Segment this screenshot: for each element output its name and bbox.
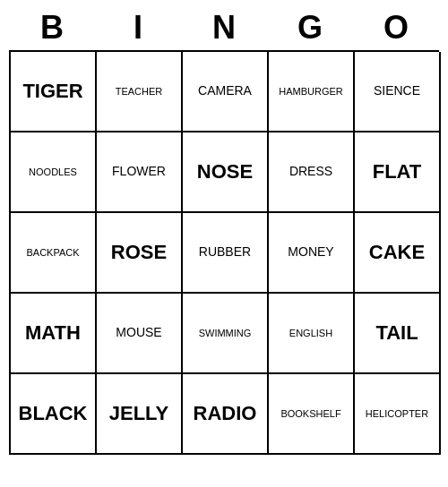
cell-text: TIGER — [22, 81, 82, 102]
cell-text: SWIMMING — [199, 328, 252, 338]
cell-text: BOOKSHELF — [280, 408, 340, 419]
cell-text: HELICOPTER — [366, 408, 428, 419]
bingo-cell: TIGER — [11, 52, 97, 132]
bingo-cell: DRESS — [269, 132, 355, 213]
cell-text: MONEY — [288, 245, 333, 259]
bingo-cell: NOODLES — [11, 132, 97, 213]
bingo-title: BINGO — [9, 9, 439, 47]
bingo-grid: TIGERTEACHERCAMERAHAMBURGERSIENCENOODLES… — [9, 50, 439, 455]
bingo-cell: JELLY — [97, 374, 183, 455]
bingo-cell: HAMBURGER — [269, 52, 355, 132]
bingo-cell: ENGLISH — [269, 294, 355, 374]
cell-text: SIENCE — [374, 84, 420, 98]
bingo-cell: SIENCE — [355, 52, 441, 132]
bingo-cell: CAMERA — [183, 52, 269, 132]
cell-text: FLAT — [373, 161, 422, 183]
bingo-cell: TAIL — [355, 294, 441, 374]
cell-text: ROSE — [111, 242, 167, 263]
cell-text: FLOWER — [112, 165, 166, 178]
cell-text: RADIO — [194, 403, 257, 424]
cell-text: ENGLISH — [289, 328, 332, 338]
cell-text: NOODLES — [29, 167, 77, 177]
cell-text: TAIL — [375, 322, 418, 344]
bingo-letter: N — [185, 9, 263, 47]
bingo-letter: I — [99, 9, 177, 47]
cell-text: BLACK — [19, 403, 88, 424]
cell-text: NOSE — [197, 161, 253, 183]
bingo-cell: MONEY — [269, 213, 355, 294]
cell-text: CAMERA — [198, 84, 252, 98]
bingo-cell: SWIMMING — [183, 294, 269, 374]
cell-text: HAMBURGER — [279, 86, 343, 97]
bingo-cell: MATH — [11, 294, 97, 374]
bingo-cell: CAKE — [355, 213, 441, 294]
bingo-cell: FLOWER — [97, 132, 183, 213]
bingo-cell: RADIO — [183, 374, 269, 455]
bingo-letter: B — [13, 9, 91, 47]
bingo-cell: BACKPACK — [11, 213, 97, 294]
cell-text: RUBBER — [199, 245, 251, 259]
bingo-cell: HELICOPTER — [355, 374, 441, 455]
bingo-cell: ROSE — [97, 213, 183, 294]
bingo-cell: BLACK — [11, 374, 97, 455]
bingo-cell: RUBBER — [183, 213, 269, 294]
cell-text: CAKE — [369, 242, 425, 263]
bingo-cell: BOOKSHELF — [269, 374, 355, 455]
cell-text: TEACHER — [116, 86, 163, 97]
cell-text: BACKPACK — [26, 247, 79, 258]
bingo-letter: O — [357, 9, 435, 47]
bingo-cell: MOUSE — [97, 294, 183, 374]
cell-text: MATH — [25, 322, 81, 344]
cell-text: MOUSE — [116, 326, 161, 339]
cell-text: DRESS — [289, 165, 332, 178]
bingo-cell: FLAT — [355, 132, 441, 213]
bingo-cell: TEACHER — [97, 52, 183, 132]
bingo-cell: NOSE — [183, 132, 269, 213]
bingo-letter: G — [271, 9, 349, 47]
cell-text: JELLY — [109, 403, 168, 424]
